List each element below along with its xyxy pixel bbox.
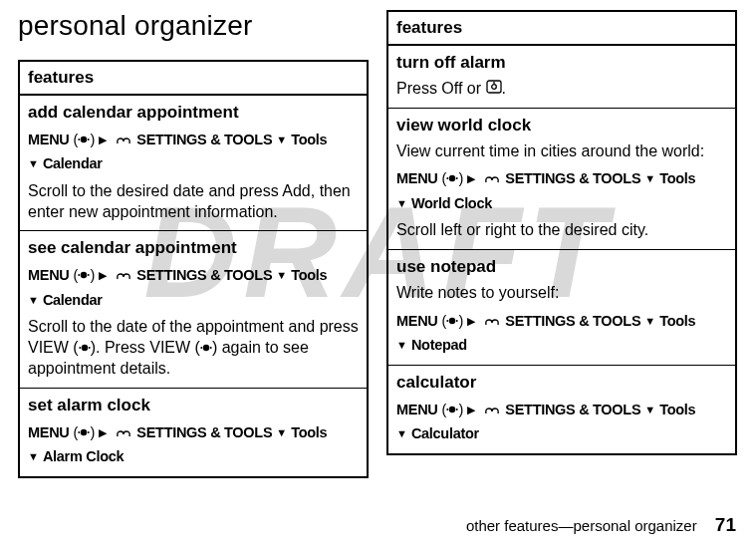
row-intro: Write notes to yourself: xyxy=(396,283,727,304)
svg-point-23 xyxy=(456,320,458,322)
arrow-down-icon: ▼ xyxy=(28,155,39,172)
tools-label: Tools xyxy=(659,402,695,417)
desc-text: . Press xyxy=(96,339,149,356)
desc-text: Press xyxy=(396,80,441,97)
tools-label: Tools xyxy=(659,170,695,186)
desc-text: Scroll to the desired date and press xyxy=(28,182,282,199)
tools-label: Tools xyxy=(659,313,695,329)
table-row: add calendar appointment MENU () ▶ SETTI… xyxy=(19,95,368,231)
svg-point-5 xyxy=(88,274,90,276)
svg-point-8 xyxy=(88,347,90,349)
row-intro: View current time in cities around the w… xyxy=(396,141,727,162)
table-row: set alarm clock MENU () ▶ SETTINGS & TOO… xyxy=(19,388,368,476)
select-key-icon: () xyxy=(442,402,464,417)
arrow-down-icon: ▼ xyxy=(396,425,407,442)
arrow-right-icon: ▶ xyxy=(467,313,475,330)
arrow-down-icon: ▼ xyxy=(396,337,407,354)
row-title: add calendar appointment xyxy=(28,102,359,125)
page-footer: other features—personal organizer 71 xyxy=(466,514,736,536)
select-key-icon: () xyxy=(74,132,96,147)
svg-point-4 xyxy=(79,274,81,276)
settings-label: SETTINGS & TOOLS xyxy=(505,402,640,417)
settings-label: SETTINGS & TOOLS xyxy=(505,313,640,329)
end-key-icon xyxy=(486,80,502,97)
svg-point-19 xyxy=(447,177,449,179)
svg-point-7 xyxy=(79,347,81,349)
nav-path: MENU () ▶ SETTINGS & TOOLS ▼ Tools ▼ Cal… xyxy=(396,399,727,445)
arrow-down-icon: ▼ xyxy=(644,170,655,187)
svg-point-6 xyxy=(81,345,87,351)
page-title: personal organizer xyxy=(18,10,369,42)
right-column: features turn off alarm Press Off or . v… xyxy=(386,10,737,478)
arrow-down-icon: ▼ xyxy=(28,292,39,309)
menu-key: MENU xyxy=(396,170,438,186)
svg-point-14 xyxy=(88,431,90,433)
desc-text: . xyxy=(502,80,506,97)
arrow-down-icon: ▼ xyxy=(644,402,655,418)
row-description: Scroll to the desired date and press Add… xyxy=(28,181,359,223)
sub-label: Calendar xyxy=(43,155,103,171)
arrow-down-icon: ▼ xyxy=(276,267,287,284)
sub-label: World Clock xyxy=(411,195,492,211)
nav-path: MENU () ▶ SETTINGS & TOOLS ▼ Tools ▼ Wor… xyxy=(396,167,727,214)
menu-key: MENU xyxy=(28,267,70,283)
settings-icon xyxy=(483,401,501,422)
svg-point-26 xyxy=(456,409,458,411)
key-label: Add xyxy=(282,182,310,199)
nav-path: MENU () ▶ SETTINGS & TOOLS ▼ Tools ▼ Ala… xyxy=(28,421,359,468)
table-row: see calendar appointment MENU () ▶ SETTI… xyxy=(19,231,368,388)
menu-key: MENU xyxy=(396,313,438,329)
settings-icon xyxy=(115,266,132,288)
row-description: Scroll left or right to the desired city… xyxy=(396,220,727,241)
svg-point-20 xyxy=(456,177,458,179)
table-row: view world clock View current time in ci… xyxy=(387,108,736,249)
arrow-down-icon: ▼ xyxy=(276,424,287,441)
footer-text: other features—personal organizer xyxy=(466,517,697,534)
arrow-down-icon: ▼ xyxy=(28,448,39,465)
menu-key: MENU xyxy=(28,132,70,147)
arrow-down-icon: ▼ xyxy=(276,132,287,148)
settings-icon xyxy=(115,131,132,152)
settings-icon xyxy=(483,169,501,191)
features-table-left: features add calendar appointment MENU (… xyxy=(18,60,369,478)
row-description: Press Off or . xyxy=(396,79,727,100)
svg-point-2 xyxy=(88,138,90,140)
row-title: use notepad xyxy=(396,256,727,279)
select-key-icon: () xyxy=(73,339,96,356)
nav-path: MENU () ▶ SETTINGS & TOOLS ▼ Tools ▼ Not… xyxy=(396,310,727,357)
svg-point-25 xyxy=(447,409,449,411)
tools-label: Tools xyxy=(291,132,327,147)
select-key-icon: () xyxy=(442,313,464,329)
nav-path: MENU () ▶ SETTINGS & TOOLS ▼ Tools ▼ Cal… xyxy=(28,129,359,175)
svg-point-11 xyxy=(210,347,212,349)
tools-label: Tools xyxy=(291,424,327,440)
svg-point-12 xyxy=(81,428,87,434)
settings-icon xyxy=(115,423,132,445)
svg-point-18 xyxy=(449,175,455,181)
menu-key: MENU xyxy=(28,424,70,440)
svg-point-9 xyxy=(203,345,209,351)
table-row: use notepad Write notes to yourself: MEN… xyxy=(387,250,736,366)
select-key-icon: () xyxy=(74,267,96,283)
row-description: Scroll to the date of the appointment an… xyxy=(28,317,359,379)
arrow-right-icon: ▶ xyxy=(99,267,107,284)
settings-label: SETTINGS & TOOLS xyxy=(136,132,272,147)
row-title: see calendar appointment xyxy=(28,237,359,260)
settings-label: SETTINGS & TOOLS xyxy=(136,424,272,440)
desc-text: or xyxy=(462,80,485,97)
arrow-right-icon: ▶ xyxy=(467,170,475,187)
svg-point-10 xyxy=(200,347,202,349)
settings-label: SETTINGS & TOOLS xyxy=(136,267,272,283)
page-content: personal organizer features add calendar… xyxy=(0,0,756,478)
key-label: Off xyxy=(441,80,462,97)
row-title: turn off alarm xyxy=(396,52,727,75)
svg-point-1 xyxy=(79,138,81,140)
svg-point-21 xyxy=(449,318,455,324)
menu-key: MENU xyxy=(396,402,438,417)
arrow-right-icon: ▶ xyxy=(99,132,107,148)
svg-point-13 xyxy=(79,431,81,433)
table-row: calculator MENU () ▶ SETTINGS & TOOLS ▼ … xyxy=(387,365,736,453)
nav-path: MENU () ▶ SETTINGS & TOOLS ▼ Tools ▼ Cal… xyxy=(28,264,359,311)
row-title: set alarm clock xyxy=(28,395,359,417)
table-row: turn off alarm Press Off or . xyxy=(387,45,736,108)
